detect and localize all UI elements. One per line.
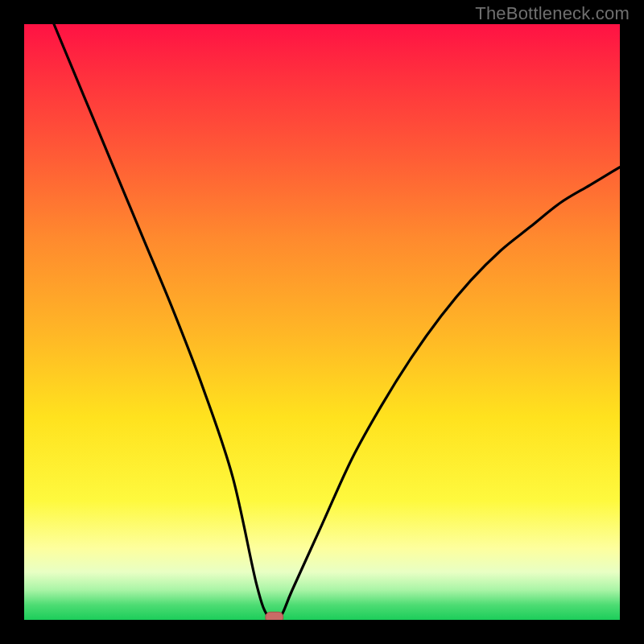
chart-frame: TheBottleneck.com (0, 0, 644, 644)
minimum-marker (266, 612, 283, 620)
marker-layer (24, 24, 620, 620)
plot-area (24, 24, 620, 620)
watermark-text: TheBottleneck.com (475, 3, 630, 24)
